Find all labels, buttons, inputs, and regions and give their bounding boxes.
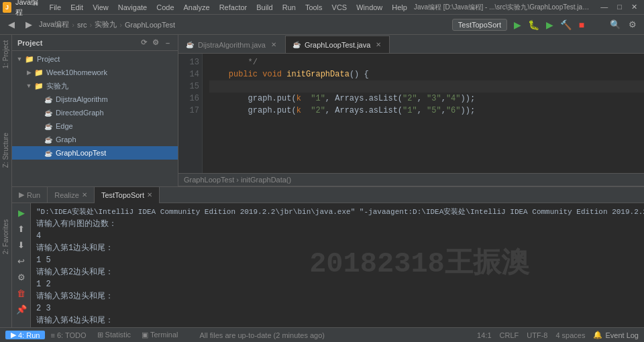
java-icon-graphloop: ☕ xyxy=(43,148,54,158)
arrow-exp9: ▼ xyxy=(24,82,34,89)
menu-edit[interactable]: Edit xyxy=(66,2,87,13)
tree-label-exp9: 实验九 xyxy=(46,81,68,91)
collapse-icon[interactable]: – xyxy=(163,38,172,48)
run-coverage[interactable]: ▶ xyxy=(542,17,557,32)
menu-vcs[interactable]: VCS xyxy=(328,2,352,13)
tree-item-edge[interactable]: ▶ ☕ Edge xyxy=(12,119,178,133)
code-line-15 xyxy=(209,80,644,93)
output-line-1: 请输入有向图的边数： xyxy=(36,218,644,230)
tree-item-exp9[interactable]: ▼ 📁 实验九 xyxy=(12,79,178,93)
event-log[interactable]: 🔔 Event Log xyxy=(593,331,639,339)
tree-item-dijstra[interactable]: ▶ ☕ DijstraAlgorithm xyxy=(12,93,178,106)
tab-graphloop[interactable]: ☕ GraphLoopTest.java ✕ xyxy=(285,36,390,53)
tree-item-week10[interactable]: ▶ 📁 Week10homework xyxy=(12,66,178,79)
status-run-tab[interactable]: ▶ 4: Run xyxy=(5,331,45,339)
status-todo-tab[interactable]: ≡ 6: TODO xyxy=(45,331,91,339)
output-line-7: 请输入第3边头和尾： xyxy=(36,290,644,302)
breadcrumb-app: Java编程 xyxy=(15,0,40,17)
run-tab-icon: ▶ xyxy=(19,190,24,199)
tab-dijstra-close[interactable]: ✕ xyxy=(270,41,278,49)
code-line-13: */ xyxy=(209,56,644,68)
tab-dijstra[interactable]: ☕ DijstraAlgorithm.java ✕ xyxy=(178,36,285,53)
minimize-btn[interactable]: — xyxy=(596,1,612,13)
sidebar-header: Project ⟳ ⚙ – xyxy=(12,35,178,51)
status-terminal-tab[interactable]: ▣ Terminal xyxy=(136,331,183,339)
project-tab-label[interactable]: 1: Project xyxy=(0,36,11,72)
run-wrap-btn[interactable]: ↩ xyxy=(15,254,28,268)
debug-button[interactable]: 🐛 xyxy=(526,17,541,32)
menu-window[interactable]: Window xyxy=(352,2,386,13)
tree-item-directed[interactable]: ▶ ☕ DirectedGraph xyxy=(12,106,178,119)
menu-refactor[interactable]: Refactor xyxy=(215,2,252,13)
file-tree: ▼ 📁 Project ▶ 📁 Week10homework ▼ 📁 实验九 xyxy=(12,51,178,186)
run-down-btn[interactable]: ⬇ xyxy=(15,238,28,251)
tree-label-dijstra: DijstraAlgorithm xyxy=(56,95,108,103)
gear-icon[interactable]: ⚙ xyxy=(151,38,160,48)
menu-code[interactable]: Code xyxy=(152,2,178,13)
menu-help[interactable]: Help xyxy=(388,2,411,13)
breadcrumb-pkg[interactable]: 实验九 xyxy=(95,19,117,30)
run-play-btn[interactable]: ▶ xyxy=(15,206,28,219)
code-line-16: graph.put(k "1", Arrays.asList("2", "3",… xyxy=(209,93,644,105)
search-btn[interactable]: 🔍 xyxy=(608,17,623,32)
code-line-17: graph.put(k "2", Arrays.asList("1", "5",… xyxy=(209,105,644,117)
run-button[interactable]: ▶ xyxy=(510,17,525,32)
status-bar: ▶ 4: Run ≡ 6: TODO ⊞ Statistic ▣ Termina… xyxy=(0,327,644,342)
code-content[interactable]: */ public void initGraphData() { graph.p… xyxy=(203,54,644,173)
run-config-dropdown[interactable]: TestTopoSort xyxy=(452,19,507,31)
menu-navigate[interactable]: Navigate xyxy=(114,2,151,13)
menu-run[interactable]: Run xyxy=(278,2,300,13)
run-output[interactable]: 20182318王振澳 "D:\IDEA安装处\IntelliJ IDEA Co… xyxy=(31,203,644,327)
btab-run[interactable]: ▶ Run xyxy=(12,187,48,203)
status-crlf[interactable]: CRLF xyxy=(500,331,519,339)
run-up-btn[interactable]: ⬆ xyxy=(15,222,28,235)
btab-toposort[interactable]: TestTopoSort ✕ xyxy=(95,187,160,203)
run-clear-btn[interactable]: 🗑 xyxy=(15,286,28,300)
tree-label-graph: Graph xyxy=(56,135,76,144)
output-line-2: 4 xyxy=(36,230,644,242)
menu-build[interactable]: Build xyxy=(252,2,276,13)
toposort-tab-label: TestTopoSort xyxy=(101,191,144,199)
menu-view[interactable]: View xyxy=(89,2,113,13)
java-icon-graph: ☕ xyxy=(43,134,54,145)
event-log-label: Event Log xyxy=(605,331,639,339)
breadcrumb-src[interactable]: src xyxy=(77,21,87,29)
run-pin-btn[interactable]: 📌 xyxy=(15,302,28,316)
tree-label-graphloop: GraphLoopTest xyxy=(56,149,106,157)
toolbar-forward[interactable]: ▶ xyxy=(21,17,36,32)
menu-tools[interactable]: Tools xyxy=(301,2,327,13)
maximize-btn[interactable]: □ xyxy=(613,1,626,13)
java-icon-edge: ☕ xyxy=(43,121,54,131)
tree-item-graph[interactable]: ▶ ☕ Graph xyxy=(12,133,178,146)
tab-graphloop-close[interactable]: ✕ xyxy=(374,41,382,49)
realize-close[interactable]: ✕ xyxy=(82,191,87,198)
status-position[interactable]: 14:1 xyxy=(477,331,491,339)
tree-item-graphloop[interactable]: ▶ ☕ GraphLoopTest xyxy=(12,146,178,160)
menu-file[interactable]: File xyxy=(45,2,65,13)
menu-analyze[interactable]: Analyze xyxy=(180,2,214,13)
settings-btn[interactable]: ⚙ xyxy=(625,17,640,32)
btab-realize[interactable]: Realize ✕ xyxy=(48,187,95,203)
output-line-3: 请输入第1边头和尾： xyxy=(36,242,644,254)
favorites-tab-label[interactable]: 2: Favorites xyxy=(0,215,11,258)
breadcrumb-java[interactable]: Java编程 xyxy=(39,19,69,30)
sidebar-title: Project xyxy=(17,39,42,47)
tree-label-edge: Edge xyxy=(56,122,73,130)
tab-graphloop-label: GraphLoopTest.java xyxy=(305,41,370,49)
structure-tab-label[interactable]: Z: Structure xyxy=(0,129,11,172)
status-indent[interactable]: 4 spaces xyxy=(555,331,585,339)
breadcrumb-class[interactable]: GraphLoopTest xyxy=(125,21,175,29)
output-line-4: 1 5 xyxy=(36,254,644,266)
build-button[interactable]: 🔨 xyxy=(558,17,573,32)
toolbar-back[interactable]: ◀ xyxy=(4,17,19,32)
stop-button[interactable]: ■ xyxy=(574,17,589,32)
status-statistic-tab[interactable]: ⊞ Statistic xyxy=(92,331,137,339)
run-filter-btn[interactable]: ⚙ xyxy=(15,270,28,284)
status-message: All files are up-to-date (2 minutes ago) xyxy=(200,331,325,339)
tree-item-project[interactable]: ▼ 📁 Project xyxy=(12,52,178,66)
toposort-close[interactable]: ✕ xyxy=(147,191,152,198)
sync-icon[interactable]: ⟳ xyxy=(139,38,148,48)
tree-label-directed: DirectedGraph xyxy=(56,109,104,117)
status-encoding[interactable]: UTF-8 xyxy=(527,331,547,339)
close-btn[interactable]: ✕ xyxy=(627,1,641,13)
